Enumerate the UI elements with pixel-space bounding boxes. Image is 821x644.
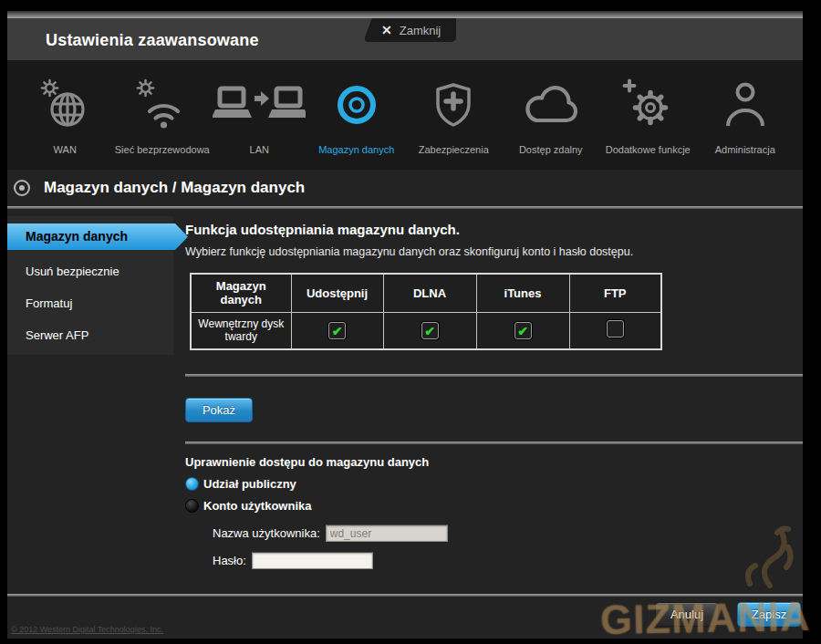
nav-label: WAN bbox=[54, 144, 77, 155]
nav-label: Administracja bbox=[715, 144, 775, 155]
col-header-ftp: FTP bbox=[569, 274, 661, 312]
col-header-share: Udostępnij bbox=[291, 274, 383, 312]
password-input[interactable] bbox=[252, 552, 373, 569]
dlna-checkbox[interactable] bbox=[421, 322, 439, 339]
computers-transfer-icon bbox=[213, 77, 306, 133]
col-header-storage: Magazyn danych bbox=[191, 274, 291, 312]
share-table: Magazyn danych Udostępnij DLNA iTunes FT… bbox=[190, 273, 662, 350]
content-area: Magazyn danych Usuń bezpiecznie Formatuj… bbox=[7, 209, 803, 639]
radio-label: Konto użytkownika bbox=[203, 499, 311, 513]
page-title: Magazyn danych / Magazyn danych bbox=[44, 179, 305, 197]
ftp-checkbox[interactable] bbox=[607, 320, 624, 338]
main-panel: Funkcja udostępniania magazynu danych. W… bbox=[173, 209, 803, 639]
password-label: Hasło: bbox=[213, 554, 246, 567]
sidebar-item-serwer-afp[interactable]: Serwer AFP bbox=[7, 319, 173, 351]
action-buttons: Anuluj Zapisz bbox=[655, 602, 801, 627]
storage-name-cell: Wewnętrzny dysk twardy bbox=[191, 312, 291, 349]
dlna-checkbox-cell bbox=[383, 312, 476, 349]
disc-bullet-icon bbox=[13, 179, 31, 197]
ftp-checkbox-cell bbox=[569, 312, 661, 349]
header-gradient-strip bbox=[7, 11, 803, 18]
cancel-button[interactable]: Anuluj bbox=[655, 602, 719, 627]
username-row: Nazwa użytkownika: bbox=[213, 525, 803, 542]
person-icon bbox=[723, 77, 767, 133]
show-button[interactable]: Pokaż bbox=[185, 398, 253, 422]
shield-plus-icon bbox=[431, 77, 476, 133]
divider bbox=[185, 441, 803, 444]
table-header-row: Magazyn danych Udostępnij DLNA iTunes FT… bbox=[191, 274, 661, 312]
close-button-label: Zamknij bbox=[400, 24, 442, 37]
wifi-gear-icon bbox=[136, 77, 189, 133]
password-row: Hasło: bbox=[213, 552, 803, 569]
username-input[interactable] bbox=[326, 525, 448, 542]
nav-label: Magazyn danych bbox=[318, 144, 394, 155]
nav-item-security[interactable]: Zabezpieczenia bbox=[405, 60, 503, 170]
col-header-dlna: DLNA bbox=[383, 274, 476, 312]
divider bbox=[185, 374, 803, 377]
disc-icon bbox=[334, 77, 379, 133]
section-title: Funkcja udostępniania magazynu danych. bbox=[185, 222, 803, 237]
save-button[interactable]: Zapisz bbox=[737, 602, 801, 627]
username-label: Nazwa użytkownika: bbox=[213, 526, 320, 540]
itunes-checkbox[interactable] bbox=[514, 322, 532, 339]
close-icon[interactable]: ✕ bbox=[381, 23, 392, 37]
window-title: Ustawienia zaawansowane bbox=[46, 31, 259, 50]
table-row: Wewnętrzny dysk twardy bbox=[191, 312, 661, 349]
nav-item-lan[interactable]: LAN bbox=[211, 60, 308, 170]
nav-item-wireless[interactable]: Sieć bezprzewodowa bbox=[114, 60, 212, 170]
radio-label: Udział publiczny bbox=[203, 477, 296, 491]
sidebar: Magazyn danych Usuń bezpiecznie Formatuj… bbox=[7, 216, 173, 355]
breadcrumb: Magazyn danych / Magazyn danych bbox=[7, 170, 803, 206]
radio-icon[interactable] bbox=[185, 499, 199, 513]
access-section-title: Uprawnienie dostępu do magazynu danych bbox=[185, 455, 803, 469]
sidebar-item-formatuj[interactable]: Formatuj bbox=[7, 287, 173, 319]
itunes-checkbox-cell bbox=[476, 312, 569, 349]
cloud-icon bbox=[520, 77, 582, 133]
nav-label: Dodatkowe funkcje bbox=[606, 144, 691, 155]
share-checkbox[interactable] bbox=[328, 322, 346, 339]
window-header: Ustawienia zaawansowane ✕ Zamknij bbox=[7, 11, 803, 60]
top-navigation: WAN Sieć bezprzewodowa bbox=[7, 60, 803, 170]
nav-label: Zabezpieczenia bbox=[419, 144, 489, 155]
nav-label: Sieć bezprzewodowa bbox=[115, 144, 210, 155]
col-header-itunes: iTunes bbox=[476, 274, 569, 312]
share-checkbox-cell bbox=[291, 312, 383, 349]
sidebar-item-magazyn-danych[interactable]: Magazyn danych bbox=[7, 223, 188, 250]
advanced-settings-window: Ustawienia zaawansowane ✕ Zamknij bbox=[7, 11, 803, 639]
close-button[interactable]: ✕ Zamknij bbox=[376, 18, 456, 42]
globe-gear-icon bbox=[40, 77, 89, 133]
public-share-option[interactable]: Udział publiczny bbox=[185, 477, 803, 491]
radio-icon[interactable] bbox=[185, 477, 199, 491]
gear-plus-icon bbox=[621, 77, 674, 133]
bottom-bar: Anuluj Zapisz © 2012 Western Digital Tec… bbox=[7, 594, 803, 639]
nav-label: LAN bbox=[250, 144, 269, 155]
nav-item-administration[interactable]: Administracja bbox=[697, 60, 795, 170]
sidebar-item-usun-bezpiecznie[interactable]: Usuń bezpiecznie bbox=[7, 255, 173, 287]
nav-label: Dostęp zdalny bbox=[519, 144, 583, 155]
section-description: Wybierz funkcję udostępniania magazynu d… bbox=[185, 245, 803, 258]
user-account-option[interactable]: Konto użytkownika bbox=[185, 499, 803, 513]
nav-item-storage[interactable]: Magazyn danych bbox=[308, 60, 406, 170]
nav-item-remote-access[interactable]: Dostęp zdalny bbox=[503, 60, 600, 170]
copyright-link[interactable]: © 2012 Western Digital Technologies, Inc… bbox=[11, 625, 163, 634]
bottom-divider bbox=[7, 594, 803, 597]
nav-item-wan[interactable]: WAN bbox=[16, 60, 114, 170]
nav-item-additional-features[interactable]: Dodatkowe funkcje bbox=[599, 60, 697, 170]
